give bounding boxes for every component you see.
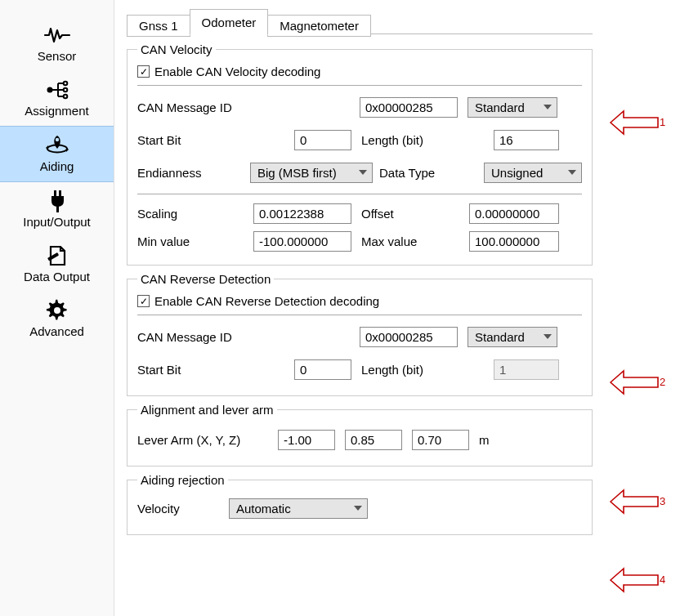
svg-point-10 [55, 138, 58, 141]
rev-length-label: Length (bit) [361, 363, 484, 377]
enable-can-reverse-checkbox[interactable]: ✓ [137, 295, 150, 307]
main-panel: Gnss 1 Odometer Magnetometer CAN Velocit… [114, 0, 601, 616]
max-input[interactable] [469, 231, 559, 252]
rev-id-type-select[interactable]: Standard [468, 327, 557, 347]
check-icon: ✓ [140, 67, 148, 77]
sidebar-item-label: Sensor [38, 49, 77, 63]
divider [137, 194, 582, 194]
annotation-1: 1 [609, 108, 666, 137]
svg-rect-13 [54, 190, 56, 196]
divider [137, 315, 582, 315]
svg-point-17 [54, 307, 60, 314]
annotation-4: 4 [609, 565, 666, 595]
rejection-velocity-select[interactable]: Automatic [229, 498, 368, 519]
group-legend: CAN Velocity [137, 42, 216, 56]
sidebar-item-advanced[interactable]: Advanced [0, 292, 114, 346]
group-alignment: Alignment and lever arm Lever Arm (X, Y,… [127, 403, 593, 466]
rev-start-bit-label: Start Bit [137, 363, 284, 377]
enable-can-velocity-label: Enable CAN Velocity decoding [154, 65, 320, 78]
lever-z-input[interactable] [412, 430, 469, 450]
svg-rect-16 [47, 252, 59, 261]
chevron-down-icon [354, 506, 362, 511]
tab-magnetometer[interactable]: Magnetometer [267, 15, 371, 37]
divider [137, 85, 582, 86]
rejection-velocity-label: Velocity [137, 502, 219, 516]
annotation-2: 2 [609, 368, 666, 397]
group-legend: CAN Reverse Detection [137, 272, 274, 286]
tab-odometer[interactable]: Odometer [190, 9, 269, 35]
sidebar-item-label: Input/Output [23, 215, 91, 229]
svg-rect-15 [56, 206, 59, 212]
sidebar-item-assignment[interactable]: Assignment [0, 71, 114, 126]
enable-can-velocity-checkbox[interactable]: ✓ [137, 65, 150, 78]
group-rejection: Aiding rejection Velocity Automatic [127, 473, 593, 535]
min-input[interactable] [253, 231, 351, 252]
group-can-reverse: CAN Reverse Detection ✓ Enable CAN Rever… [127, 272, 593, 396]
tab-label: Gnss 1 [139, 19, 178, 33]
scaling-label: Scaling [137, 207, 244, 221]
group-can-velocity: CAN Velocity ✓ Enable CAN Velocity decod… [127, 42, 593, 266]
branch-icon [43, 78, 71, 102]
length-label: Length (bit) [361, 133, 484, 147]
enable-can-reverse-label: Enable CAN Reverse Detection decoding [154, 294, 379, 308]
lever-x-input[interactable] [278, 430, 335, 450]
select-value: Unsigned [491, 166, 543, 180]
group-legend: Alignment and lever arm [137, 403, 277, 417]
sidebar-item-label: Aiding [40, 159, 74, 173]
rev-start-bit-input[interactable] [294, 359, 351, 380]
annotation-3: 3 [609, 487, 666, 516]
datatype-label: Data Type [379, 166, 477, 180]
sidebar-item-data-output[interactable]: Data Output [0, 237, 114, 292]
rev-length-input [494, 359, 559, 380]
max-label: Max value [361, 234, 459, 248]
plug-icon [46, 189, 69, 213]
group-legend: Aiding rejection [137, 473, 228, 487]
sidebar-item-label: Data Output [24, 270, 90, 283]
length-input[interactable] [494, 130, 559, 150]
check-icon: ✓ [140, 297, 148, 306]
sidebar-item-label: Assignment [25, 104, 88, 118]
endianness-label: Endianness [137, 166, 244, 180]
offset-input[interactable] [469, 203, 559, 224]
sidebar-item-io[interactable]: Input/Output [0, 182, 114, 237]
chevron-down-icon [544, 105, 552, 109]
chevron-down-icon [359, 170, 367, 175]
select-value: Big (MSB first) [257, 166, 337, 180]
tab-gnss1[interactable]: Gnss 1 [127, 15, 190, 37]
waveform-icon [43, 23, 71, 47]
pin-orbit-icon [43, 133, 71, 158]
tab-label: Magnetometer [280, 19, 359, 33]
svg-point-8 [63, 95, 67, 99]
tabstrip: Gnss 1 Odometer Magnetometer [127, 8, 593, 34]
select-value: Standard [475, 100, 525, 114]
document-pencil-icon [45, 243, 69, 268]
rev-msg-id-input[interactable] [360, 327, 458, 347]
lever-unit: m [479, 433, 503, 447]
rev-msg-id-label: CAN Message ID [137, 330, 350, 344]
svg-point-7 [63, 88, 67, 92]
datatype-select[interactable]: Unsigned [484, 163, 582, 183]
can-msg-id-input[interactable] [360, 97, 458, 118]
svg-point-0 [47, 87, 52, 93]
chevron-down-icon [568, 170, 576, 175]
select-value: Standard [475, 330, 525, 344]
tab-label: Odometer [202, 16, 257, 29]
chevron-down-icon [544, 334, 552, 339]
sidebar-item-sensor[interactable]: Sensor [0, 16, 114, 71]
lever-y-input[interactable] [345, 430, 402, 450]
svg-rect-14 [59, 190, 61, 196]
scaling-input[interactable] [253, 203, 351, 224]
can-id-type-select[interactable]: Standard [468, 97, 557, 118]
sidebar-item-label: Advanced [29, 324, 84, 338]
gear-icon [46, 298, 69, 323]
lever-arm-label: Lever Arm (X, Y, Z) [137, 433, 268, 447]
endianness-select[interactable]: Big (MSB first) [250, 163, 373, 183]
svg-point-6 [63, 82, 67, 86]
offset-label: Offset [361, 207, 459, 221]
sidebar-item-aiding[interactable]: Aiding [0, 126, 114, 182]
start-bit-input[interactable] [294, 130, 351, 150]
select-value: Automatic [236, 502, 291, 516]
sidebar: Sensor Assignment [0, 0, 114, 616]
can-msg-id-label: CAN Message ID [137, 100, 350, 114]
start-bit-label: Start Bit [137, 133, 284, 147]
